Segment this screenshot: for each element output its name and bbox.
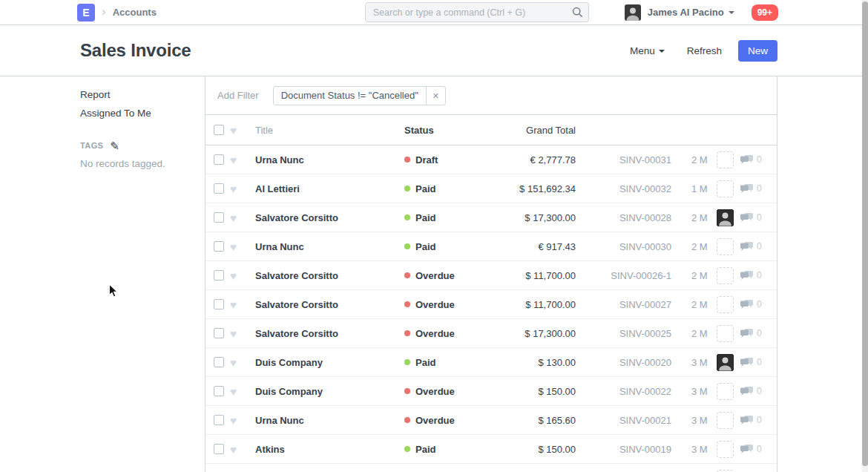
row-avatar <box>717 412 734 429</box>
row-checkbox[interactable] <box>214 212 224 223</box>
table-row[interactable]: ♥ Salvatore Corsitto Paid $ 17,300.00 SI… <box>206 203 777 232</box>
row-avatar <box>717 441 734 458</box>
heart-icon[interactable]: ♥ <box>230 241 255 252</box>
row-avatar <box>717 325 734 342</box>
table-row[interactable]: ♥ Al Lettieri Paid $ 151,692.34 SINV-000… <box>206 174 777 203</box>
scrollbar-thumb[interactable] <box>862 1 868 466</box>
row-modified: 2 M <box>691 328 717 339</box>
row-status-label: Paid <box>415 241 435 252</box>
heart-icon[interactable]: ♥ <box>230 386 255 397</box>
active-filter-chip[interactable]: Document Status != "Cancelled" ✕ <box>273 86 446 105</box>
row-checkbox[interactable] <box>214 299 224 309</box>
table-row[interactable]: ♥ Atkins Paid $ 150.00 SINV-00019 3 M 0 <box>206 435 777 464</box>
row-status-label: Paid <box>415 212 435 223</box>
heart-icon[interactable]: ♥ <box>230 183 255 194</box>
row-title[interactable]: Salvatore Corsitto <box>255 299 404 310</box>
row-modified: 3 M <box>691 386 717 397</box>
row-grand-total: $ 17,300.00 <box>479 328 576 339</box>
breadcrumb-chevron-icon: › <box>102 4 106 19</box>
row-modified: 2 M <box>691 270 717 281</box>
row-checkbox[interactable] <box>214 444 224 454</box>
menu-button[interactable]: Menu <box>630 45 665 56</box>
row-checkbox[interactable] <box>214 386 224 396</box>
heart-icon[interactable]: ♥ <box>230 154 255 165</box>
table-row[interactable]: ♥ Duis Company Paid $ 130.00 SINV-00020 … <box>206 348 777 377</box>
comment-bubble-icon <box>740 329 753 338</box>
column-header-title: Title <box>255 125 404 136</box>
table-row[interactable]: ♥ Urna Nunc Paid € 917.43 SINV-00030 2 M… <box>206 232 777 261</box>
table-row[interactable]: ♥ Duis Company Overdue $ 150.00 SINV-000… <box>206 377 777 406</box>
row-avatar <box>717 238 734 255</box>
heart-icon[interactable]: ♥ <box>230 357 255 368</box>
row-title[interactable]: Salvatore Corsitto <box>255 328 404 339</box>
comment-bubble-icon <box>740 445 753 454</box>
comment-count: 0 <box>757 212 762 223</box>
new-button[interactable]: New <box>738 40 777 62</box>
row-title[interactable]: Urna Nunc <box>255 415 404 426</box>
breadcrumb[interactable]: Accounts <box>113 7 157 18</box>
status-dot-icon <box>404 330 410 336</box>
select-all-checkbox[interactable] <box>214 125 224 135</box>
comment-bubble-icon <box>740 155 753 165</box>
row-grand-total: $ 150.00 <box>479 386 576 397</box>
app-logo[interactable]: E <box>77 4 95 22</box>
sidebar-item-report[interactable]: Report <box>80 89 183 101</box>
row-grand-total: $ 11,700.00 <box>479 299 576 310</box>
row-title[interactable]: Salvatore Corsitto <box>255 212 404 223</box>
comment-count: 0 <box>757 386 762 396</box>
heart-icon[interactable]: ♥ <box>230 299 255 310</box>
row-checkbox[interactable] <box>214 357 224 367</box>
pencil-icon[interactable]: ✎ <box>110 142 119 150</box>
row-status-label: Overdue <box>415 299 455 310</box>
row-id: SINV-00030 <box>576 241 671 252</box>
row-title[interactable]: Urna Nunc <box>255 154 404 165</box>
refresh-button[interactable]: Refresh <box>687 45 722 56</box>
user-menu[interactable]: James Al Pacino <box>625 4 734 21</box>
heart-icon[interactable]: ♥ <box>230 415 255 426</box>
row-title[interactable]: Urna Nunc <box>255 241 404 252</box>
table-row[interactable]: ♥ <box>206 464 777 472</box>
remove-filter-icon[interactable]: ✕ <box>426 87 445 105</box>
sidebar: Report Assigned To Me TAGS ✎ No records … <box>0 76 205 472</box>
column-header-grand-total: Grand Total <box>479 125 576 136</box>
row-title[interactable]: Salvatore Corsitto <box>255 270 404 281</box>
row-checkbox[interactable] <box>214 415 224 425</box>
row-checkbox[interactable] <box>214 328 224 338</box>
sales-invoice-list-page: E › Accounts James Al Pacino 99+ Sales I… <box>0 0 868 472</box>
row-checkbox[interactable] <box>214 154 224 165</box>
search-input[interactable] <box>365 2 589 22</box>
comment-count: 0 <box>757 270 762 281</box>
row-status-label: Overdue <box>415 415 455 426</box>
tags-empty-text: No records tagged. <box>80 158 183 169</box>
heart-icon[interactable]: ♥ <box>230 444 255 455</box>
scrollbar-track[interactable] <box>862 0 868 472</box>
row-checkbox[interactable] <box>214 270 224 281</box>
top-navbar: E › Accounts James Al Pacino 99+ <box>0 0 868 25</box>
row-status-label: Overdue <box>415 270 455 281</box>
heart-icon[interactable]: ♥ <box>230 212 255 223</box>
row-title[interactable]: Duis Company <box>255 357 404 368</box>
row-avatar <box>717 296 734 313</box>
notification-badge[interactable]: 99+ <box>752 4 778 21</box>
filter-chip-label[interactable]: Document Status != "Cancelled" <box>274 90 426 101</box>
heart-icon[interactable]: ♥ <box>230 270 255 281</box>
table-row[interactable]: ♥ Urna Nunc Draft € 2,777.78 SINV-00031 … <box>206 145 777 174</box>
row-modified: 3 M <box>691 444 717 455</box>
row-title[interactable]: Duis Company <box>255 386 404 397</box>
row-grand-total: $ 130.00 <box>479 357 576 368</box>
heart-icon[interactable]: ♥ <box>230 328 255 339</box>
comment-count: 0 <box>757 328 762 338</box>
row-title[interactable]: Al Lettieri <box>255 183 404 194</box>
table-row[interactable]: ♥ Salvatore Corsitto Overdue $ 17,300.00… <box>206 319 777 348</box>
row-grand-total: $ 151,692.34 <box>479 183 576 194</box>
table-row[interactable]: ♥ Salvatore Corsitto Overdue $ 11,700.00… <box>206 261 777 290</box>
row-title[interactable]: Atkins <box>255 444 404 455</box>
row-checkbox[interactable] <box>214 183 224 194</box>
row-checkbox[interactable] <box>214 241 224 252</box>
row-avatar <box>717 209 734 226</box>
add-filter-button[interactable]: Add Filter <box>217 90 259 101</box>
table-row[interactable]: ♥ Salvatore Corsitto Overdue $ 11,700.00… <box>206 290 777 319</box>
sidebar-item-assigned-to-me[interactable]: Assigned To Me <box>80 108 183 119</box>
search-icon[interactable] <box>572 7 583 20</box>
table-row[interactable]: ♥ Urna Nunc Overdue $ 165.60 SINV-00021 … <box>206 406 777 435</box>
